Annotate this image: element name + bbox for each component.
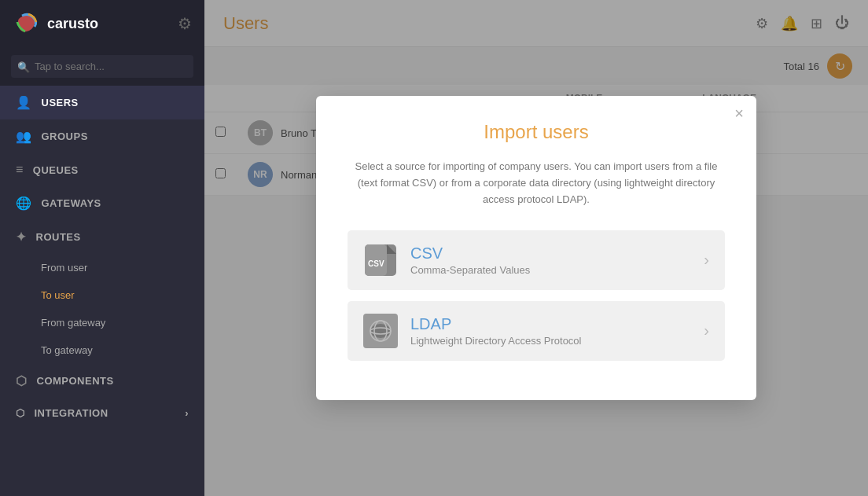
sidebar: carusto ⚙ 🔍 👤 USERS 👥 GROUPS ≡ QUEUES 🌐 …	[0, 0, 204, 496]
users-icon: 👤	[16, 95, 32, 110]
integration-left: ⬡ INTEGRATION	[16, 407, 108, 419]
import-users-modal: × Import users Select a source for impor…	[316, 96, 756, 399]
modal-close-button[interactable]: ×	[734, 105, 744, 121]
svg-text:CSV: CSV	[368, 259, 384, 268]
ldap-chevron-icon: ›	[704, 321, 709, 340]
sidebar-header: carusto ⚙	[0, 0, 204, 47]
sidebar-item-queues[interactable]: ≡ QUEUES	[0, 153, 204, 186]
queues-label: QUEUES	[33, 164, 79, 176]
ldap-option-desc: Lightweight Directory Access Protocol	[410, 335, 581, 347]
search-icon: 🔍	[17, 61, 30, 72]
import-option-csv[interactable]: CSV CSV Comma-Separated Values ›	[348, 230, 725, 290]
queues-icon: ≡	[16, 163, 24, 177]
main-content: Users ⚙ 🔔 ⊞ ⏻ Total 16 ↻ Mobile Language	[204, 0, 868, 496]
users-label: USERS	[42, 97, 79, 108]
components-icon: ⬡	[16, 373, 28, 388]
modal-title: Import users	[348, 121, 725, 143]
sidebar-sub-from-gateway[interactable]: From gateway	[0, 309, 204, 336]
gateways-icon: 🌐	[16, 196, 32, 211]
from-gateway-label: From gateway	[41, 317, 105, 329]
sidebar-item-components[interactable]: ⬡ COMPONENTS	[0, 364, 204, 398]
csv-option-text: CSV Comma-Separated Values	[410, 244, 530, 276]
chevron-right-icon: ›	[185, 407, 189, 419]
sidebar-item-routes[interactable]: ✦ ROUTES	[0, 220, 204, 254]
modal-overlay: × Import users Select a source for impor…	[204, 0, 868, 496]
components-label: COMPONENTS	[37, 375, 114, 387]
logo-text: carusto	[47, 16, 98, 32]
routes-icon: ✦	[16, 230, 27, 244]
to-user-label: To user	[41, 289, 75, 301]
ldap-option-text: LDAP Lightweight Directory Access Protoc…	[410, 315, 581, 347]
ldap-option-left: LDAP Lightweight Directory Access Protoc…	[363, 314, 581, 348]
ldap-icon	[363, 314, 398, 348]
sidebar-item-integration[interactable]: ⬡ INTEGRATION ›	[0, 398, 204, 428]
groups-label: GROUPS	[42, 130, 88, 142]
integration-label: INTEGRATION	[35, 407, 108, 419]
sidebar-item-gateways[interactable]: 🌐 GATEWAYS	[0, 186, 204, 220]
sidebar-item-groups[interactable]: 👥 GROUPS	[0, 119, 204, 153]
gateways-label: GATEWAYS	[42, 197, 101, 209]
ldap-option-name: LDAP	[410, 315, 581, 333]
csv-option-desc: Comma-Separated Values	[410, 264, 530, 276]
logo-area: carusto	[13, 9, 98, 38]
to-gateway-label: To gateway	[41, 344, 93, 356]
sidebar-sub-to-user[interactable]: To user	[0, 281, 204, 309]
sidebar-sub-to-gateway[interactable]: To gateway	[0, 336, 204, 364]
sidebar-sub-from-user[interactable]: From user	[0, 254, 204, 281]
sidebar-item-users[interactable]: 👤 USERS	[0, 86, 204, 119]
groups-icon: 👥	[16, 129, 32, 144]
search-input[interactable]	[11, 55, 193, 78]
import-option-ldap[interactable]: LDAP Lightweight Directory Access Protoc…	[348, 301, 725, 361]
csv-option-left: CSV CSV Comma-Separated Values	[363, 243, 530, 277]
csv-option-name: CSV	[410, 244, 530, 263]
integration-icon: ⬡	[16, 407, 25, 419]
routes-label: ROUTES	[36, 231, 81, 243]
from-user-label: From user	[41, 262, 87, 274]
modal-description: Select a source for importing of company…	[348, 159, 725, 208]
csv-icon: CSV	[363, 243, 398, 277]
svg-point-5	[370, 324, 391, 338]
settings-icon[interactable]: ⚙	[178, 14, 192, 33]
csv-chevron-icon: ›	[704, 251, 709, 269]
sidebar-search: 🔍	[0, 47, 204, 86]
logo-icon	[13, 9, 41, 38]
